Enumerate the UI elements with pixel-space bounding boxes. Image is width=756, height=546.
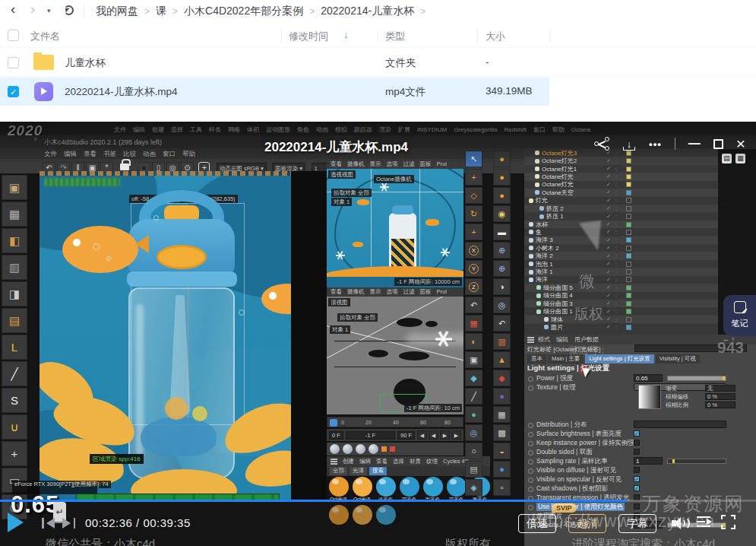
notes-button[interactable]: 笔记 xyxy=(723,295,756,336)
prev-frame-icon[interactable] xyxy=(40,517,56,529)
subtitle-button[interactable]: 字幕 xyxy=(618,514,656,533)
c4d-palette-icon: ◑ xyxy=(493,278,511,295)
breadcrumb-item[interactable]: 20220214-儿童水杯 xyxy=(321,5,414,17)
share-icon[interactable] xyxy=(594,137,609,151)
attribute-tab: 基本 xyxy=(527,354,546,363)
c4d-palette-icon: ▫ xyxy=(493,479,511,496)
c4d-palette-icon: ● xyxy=(493,461,511,478)
breadcrumb-item[interactable]: 我的网盘 xyxy=(96,5,138,17)
attribute-tabs: 基本Main | 主要Light settings | 灯光设置Visibili… xyxy=(527,354,700,363)
file-type: mp4文件 xyxy=(385,85,425,99)
close-icon[interactable]: × xyxy=(736,138,745,150)
section-title: Light settings | 灯光设置 xyxy=(527,363,609,373)
file-size: - xyxy=(486,56,489,68)
file-name[interactable]: 20220214-儿童水杯.mp4 xyxy=(65,85,178,99)
c4d-palette-icon: ▦ xyxy=(465,315,482,332)
table-row-selected[interactable]: ✓ 20220214-儿童水杯.mp4 mp4文件 349.19MB xyxy=(0,78,756,106)
c4d-palette-icon: + xyxy=(465,224,482,240)
seek-bar[interactable] xyxy=(0,500,756,502)
quality-button[interactable]: 超清 xyxy=(568,514,606,533)
player-window-controls: ↓ ••• — × xyxy=(594,137,745,151)
table-row[interactable]: 儿童水杯 文件夹 - xyxy=(0,49,756,77)
seek-bar-fill xyxy=(0,500,628,502)
object-row: Octane天空 : xyxy=(524,189,718,196)
refresh-icon[interactable] xyxy=(64,5,74,15)
octane-live-viewer: 透视视图 Octane摄像机 拾取对象 全部 对象 1 -1 F 网格间距: 1… xyxy=(327,169,463,289)
object-row: 鱼 : xyxy=(524,228,718,236)
c4d-palette-icon: ◇ xyxy=(465,187,482,204)
attribute-tab: Visibility | 可视 xyxy=(656,354,700,363)
maximize-icon[interactable] xyxy=(713,139,723,149)
download-icon[interactable]: ↓ xyxy=(622,137,636,151)
c4d-palette-icon: ● xyxy=(493,187,511,204)
video-surface[interactable]: 文件编辑创建选择工具样条网格体积运动图形角色动画模拟跟踪器渲染扩展INSYDIU… xyxy=(0,122,756,546)
playlist-icon[interactable] xyxy=(697,516,712,529)
fullscreen-icon[interactable] xyxy=(721,515,735,529)
minimize-icon[interactable]: — xyxy=(688,137,701,151)
svip-badge: SVIP xyxy=(552,503,577,513)
c4d-palette-icon: ▦ xyxy=(493,406,511,423)
breadcrumb: 我的网盘>课>小木C4D2022年部分案例>20220214-儿童水杯> xyxy=(96,5,432,18)
tag-title: 灯光标签 [Octane灯光标签] xyxy=(527,345,600,354)
video-footer-text: 版权所有 xyxy=(445,537,491,546)
volume-icon[interactable] xyxy=(672,516,691,531)
breadcrumb-separator: > xyxy=(420,6,425,17)
more-menu-icon[interactable]: ••• xyxy=(649,138,662,150)
object-row: Octane灯光 : xyxy=(524,181,718,189)
c4d-palette-icon: Z xyxy=(465,278,482,295)
c4d-palette-icon: ▣ xyxy=(465,351,482,368)
c4d-palette-icon: ⊕ xyxy=(493,260,511,277)
c4d-left-palette: ▣▦◧▥◨▤L╱S∪+▭◎ xyxy=(2,175,27,519)
c4d-command-palette: ↖+◇↻+XYZ↶▦◐▣◆╱●◎○▤◈ xyxy=(465,151,482,496)
play-icon[interactable] xyxy=(8,513,24,532)
forward-icon[interactable]: › xyxy=(30,1,35,17)
attribute-row: Surface brightness | 表面亮度 xyxy=(527,430,754,438)
row-checkbox-checked[interactable]: ✓ xyxy=(8,86,19,97)
breadcrumb-separator: > xyxy=(172,6,178,17)
c4d-palette-icon: ▥ xyxy=(493,333,511,350)
video-footer-text: 微信公共号：小木c4d xyxy=(46,537,155,546)
c4d-palette-icon: ⊕ xyxy=(493,242,511,259)
c4d-palette-icon: ● xyxy=(465,406,482,423)
c4d-palette-icon: ◎ xyxy=(493,297,511,313)
object-row: Octane灯光2 : xyxy=(524,157,718,164)
file-name[interactable]: 儿童水杯 xyxy=(65,56,106,70)
column-name[interactable]: 文件名 xyxy=(30,30,60,43)
material-tab: 光泽 xyxy=(350,467,367,475)
column-time[interactable]: 修改时间 xyxy=(289,30,328,43)
transport-button: ▶ xyxy=(440,430,450,440)
breadcrumb-item[interactable]: 课 xyxy=(156,5,166,17)
row-checkbox[interactable] xyxy=(8,57,19,68)
attribute-row: Visible on diffuse | 漫射可见 xyxy=(527,466,754,475)
column-size[interactable]: 大小 xyxy=(486,30,505,43)
history-caret-icon[interactable]: ▾ xyxy=(47,7,51,14)
column-type[interactable]: 类型 xyxy=(385,30,405,43)
attribute-row: Sampling rate | 采样比率 1 xyxy=(527,457,754,465)
select-all-checkbox[interactable] xyxy=(8,30,19,41)
sort-desc-icon[interactable]: ↓ xyxy=(343,29,349,40)
object-row: 灯光 : xyxy=(524,197,718,205)
render-histogram xyxy=(44,178,120,186)
grid-label: -1 F 网格间距: 10000 cm xyxy=(394,278,462,286)
time-display: 00:32:36 / 00:39:35 xyxy=(85,516,191,529)
breadcrumb-item[interactable]: 小木C4D2022年部分案例 xyxy=(184,5,303,17)
camera-label: Octane摄像机 xyxy=(374,175,414,183)
c4d-palette-icon: ▤ xyxy=(2,308,27,333)
gradient-swatch xyxy=(638,385,661,409)
viewport-menu: 查看摄像机显示选项过滤面板Prol xyxy=(327,287,463,297)
object-row: Octane灯光1 : xyxy=(524,165,718,173)
next-frame-icon[interactable] xyxy=(61,517,77,529)
transport-button: ▶ xyxy=(451,430,461,440)
material-tab: 全部 xyxy=(330,467,347,475)
c4d-palette-icon: X xyxy=(465,242,482,259)
object-row: 海洋 1 : xyxy=(524,268,718,275)
speed-button[interactable]: 倍速 xyxy=(518,514,556,533)
back-icon[interactable]: ‹ xyxy=(11,1,15,17)
c4d-palette-icon: ◎ xyxy=(465,424,482,441)
c4d-palette-icon: ◒ xyxy=(493,443,511,459)
object-manager: Octane灯光3 : Octane灯光2 : Octane灯光1 xyxy=(524,149,718,335)
object-row: 细分曲面 5 : xyxy=(524,284,718,291)
grid-label: -1 F 网格间距: 10 cm xyxy=(404,404,462,412)
attribute-row: Distribution | 分布 xyxy=(527,421,754,429)
object-row: 细分曲面 3 : xyxy=(524,300,718,307)
